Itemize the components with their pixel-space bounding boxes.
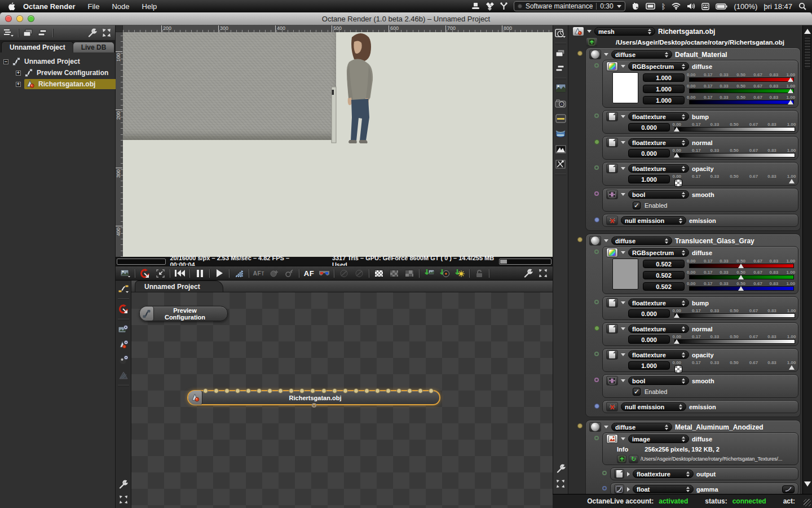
reset-view-button[interactable] (153, 268, 167, 279)
alpha-channel-button[interactable] (372, 268, 386, 279)
node-fullscreen-icon[interactable] (117, 494, 130, 505)
white-balance-picker-button[interactable] (267, 268, 281, 279)
node-canvas[interactable]: Preview Configuration Richertsgatan.obj (131, 292, 553, 508)
expand-groups-button[interactable] (554, 47, 567, 59)
window-titlebar[interactable]: Octane Render (1.0 beta 2.46b) – Unnamed… (0, 12, 812, 25)
null-emission-icon[interactable] (606, 402, 618, 411)
tree-view-mode-button[interactable] (2, 28, 15, 38)
node-input-pin[interactable] (310, 388, 315, 393)
expand-triangle[interactable] (627, 472, 630, 476)
collapse-triangle[interactable] (621, 437, 625, 440)
floattexture-icon[interactable] (606, 138, 618, 147)
viewport-settings-wrench-icon[interactable] (521, 268, 535, 279)
node-input-pin[interactable] (321, 388, 326, 393)
stereo-left-button[interactable] (337, 268, 351, 279)
node-settings-wrench-icon[interactable] (117, 479, 130, 489)
normal-type-dropdown[interactable]: floattexture (628, 138, 689, 147)
tab-live-db[interactable]: Live DB (73, 42, 115, 52)
green-slider[interactable]: 0.000.170.330.500.670.831.00 (689, 84, 794, 94)
scroll-up-arrow[interactable] (804, 29, 811, 34)
texture-pin[interactable] (594, 300, 599, 304)
render-image[interactable] (123, 32, 553, 257)
node-input-pin[interactable] (214, 388, 219, 393)
smooth-type-dropdown[interactable]: bool (628, 190, 689, 199)
expand-node-icon[interactable]: + (16, 71, 21, 76)
imager-button[interactable] (554, 128, 567, 139)
texture-pin[interactable] (594, 436, 599, 440)
color-swatch[interactable] (612, 72, 638, 103)
play-button[interactable] (213, 268, 226, 279)
node-input-pin[interactable] (418, 388, 423, 393)
collapse-triangle[interactable] (621, 141, 625, 144)
gamma-type-dropdown[interactable]: float (633, 485, 694, 493)
apple-menu-icon[interactable] (8, 2, 15, 11)
floattexture-icon[interactable] (606, 112, 618, 121)
keyboard-viewer-icon[interactable] (701, 3, 709, 10)
collapse-triangle[interactable] (587, 30, 592, 33)
fork-menu-icon[interactable] (500, 2, 508, 10)
panel-settings-wrench-icon[interactable] (86, 28, 98, 38)
smooth-checkbox[interactable]: ✓ (633, 388, 641, 396)
save-image-button[interactable] (118, 268, 132, 279)
panel-fullscreen-icon[interactable] (100, 28, 113, 38)
expand-triangle[interactable] (627, 487, 630, 492)
output-type-dropdown[interactable]: floattexture (633, 470, 694, 478)
normal-slider[interactable]: 0.000.170.330.500.670.831.00 (674, 148, 795, 159)
bump-slider[interactable]: 0.000.170.330.500.670.831.00 (674, 122, 795, 133)
collapse-node-icon[interactable]: − (3, 59, 8, 64)
material-sphere-icon[interactable] (589, 422, 601, 432)
emission-type-dropdown[interactable]: null emission (621, 402, 686, 411)
scrollbar-thumb[interactable] (804, 37, 811, 69)
node-input-pin[interactable] (289, 388, 294, 393)
histogram-button[interactable] (554, 143, 567, 155)
material-pin[interactable] (577, 237, 582, 242)
node-input-pin[interactable] (386, 388, 391, 393)
focus-picker-button[interactable]: AF⊺ (252, 268, 266, 279)
smooth-type-dropdown[interactable]: bool (628, 376, 689, 385)
texture-pin[interactable] (594, 113, 599, 118)
window-resize-grip[interactable] (804, 499, 811, 506)
collapse-triangle[interactable] (621, 353, 625, 356)
bool-icon[interactable] (606, 376, 618, 386)
collapse-triangle[interactable] (621, 251, 625, 254)
spotlight-icon[interactable] (798, 2, 806, 10)
bump-value[interactable]: 0.000 (628, 123, 670, 132)
scroll-down-arrow[interactable] (804, 481, 811, 487)
node-input-pin[interactable] (332, 388, 337, 393)
node-output-pin[interactable] (312, 403, 316, 408)
smooth-checkbox[interactable]: ✓ (633, 202, 641, 209)
collapse-triangle[interactable] (621, 327, 625, 330)
add-node-button[interactable] (117, 283, 130, 294)
subsampling-button[interactable] (403, 268, 416, 279)
volume-icon[interactable] (687, 3, 695, 10)
copy-to-clipboard-button[interactable] (422, 268, 436, 279)
node-input-pin[interactable] (364, 388, 369, 393)
collapse-all-button[interactable] (37, 28, 49, 38)
render-viewport[interactable]: 200 300 400 500 600 700 800 100 200 300 … (116, 25, 553, 257)
alpha-shadows-button[interactable] (387, 268, 401, 279)
red-value[interactable]: 1.000 (643, 73, 685, 82)
rgb-spectrum-icon[interactable] (606, 248, 618, 257)
environment-button[interactable] (554, 82, 567, 94)
bump-type-dropdown[interactable]: floattexture (628, 299, 689, 307)
collapse-triangle[interactable] (604, 53, 608, 56)
kernel-button[interactable] (554, 159, 567, 170)
node-input-pin[interactable] (267, 388, 272, 393)
tree-item-preview-configuration[interactable]: + Preview Configuration (0, 67, 115, 78)
maintenance-dropdown-icon[interactable] (617, 5, 621, 8)
texture-pin[interactable] (594, 249, 599, 254)
texture-pin[interactable] (594, 63, 599, 68)
collapse-triangle[interactable] (604, 239, 608, 242)
node-richertsgatan-obj[interactable]: Richertsgatan.obj (187, 390, 440, 405)
blue-value[interactable]: 0.502 (643, 282, 685, 291)
inspector-wrench-icon[interactable] (554, 463, 567, 474)
opacity-type-dropdown[interactable]: floattexture (628, 351, 689, 359)
hat-utility-icon[interactable] (471, 2, 480, 10)
display-menu-icon[interactable] (646, 3, 655, 10)
floattexture-icon[interactable] (606, 324, 618, 334)
node-input-pin[interactable] (354, 388, 359, 393)
texture-preview-toggle[interactable] (117, 370, 130, 380)
texture-pin[interactable] (594, 352, 599, 356)
opacity-type-dropdown[interactable]: floattexture (628, 164, 689, 173)
stereo-right-button[interactable] (352, 268, 366, 279)
